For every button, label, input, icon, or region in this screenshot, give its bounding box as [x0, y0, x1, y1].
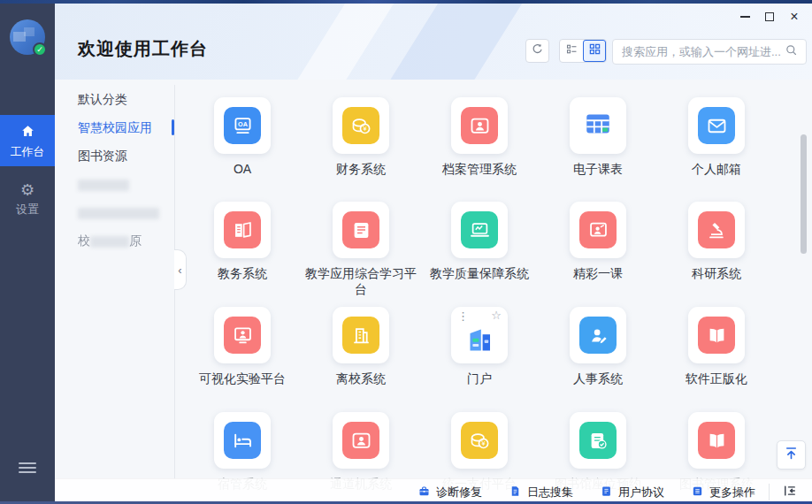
close-icon: × — [790, 10, 798, 24]
kebab-menu-icon[interactable]: ⋮ — [457, 309, 469, 323]
category-item-redacted[interactable] — [55, 198, 174, 226]
app-精彩一课: 精彩一课 — [539, 202, 657, 281]
window-top-edge — [0, 0, 812, 4]
bottom-bar-诊断修复[interactable]: 诊断修复 — [417, 485, 482, 500]
grid-view-button[interactable] — [583, 40, 606, 62]
app-card-图书馆座位预约[interactable] — [570, 412, 626, 469]
open-book-icon — [698, 317, 735, 354]
app-label: 离校系统 — [302, 370, 420, 386]
search-icon — [784, 42, 799, 61]
open-book-icon — [698, 422, 735, 459]
coins-icon: ¥ — [461, 422, 498, 459]
refresh-button[interactable] — [525, 39, 549, 63]
envelope-icon — [698, 107, 735, 144]
app-card-科研系统[interactable] — [688, 202, 745, 258]
app-label: OA — [183, 161, 302, 177]
person-edit-icon — [579, 317, 617, 354]
board-person-icon — [224, 317, 261, 354]
maximize-icon — [765, 12, 774, 21]
app-档案管理系统: 档案管理系统 — [420, 97, 539, 177]
app-label: 教学应用综合学习平台 — [302, 265, 420, 297]
category-item-redacted[interactable]: 校原 — [55, 226, 174, 255]
app-label: 可视化实验平台 — [183, 370, 302, 386]
app-card-教学应用综合学习平台[interactable] — [333, 202, 389, 258]
close-button[interactable]: × — [784, 7, 805, 27]
app-card-门户[interactable]: ⋮☆ — [451, 307, 508, 363]
app-card-精彩一课[interactable] — [570, 202, 626, 258]
category-item[interactable]: 智慧校园应用 — [55, 113, 174, 141]
book-icon — [224, 211, 261, 248]
log-file-icon — [509, 485, 522, 500]
app-教学质量保障系统: 教学质量保障系统 — [420, 202, 539, 281]
refresh-icon — [530, 42, 545, 60]
app-card-离校系统[interactable] — [333, 307, 389, 363]
home-icon — [0, 123, 55, 142]
app-教务系统: 教务系统 — [183, 202, 302, 281]
grid-view-icon — [587, 42, 602, 60]
nav-workbench[interactable]: 工作台 — [0, 115, 55, 166]
online-check-icon: ✓ — [33, 42, 47, 57]
app-label: 软件正版化 — [657, 370, 776, 386]
app-card-个人邮箱[interactable] — [688, 97, 745, 154]
toolbox-icon — [417, 485, 431, 500]
minimize-icon — [740, 16, 750, 18]
oa-doc-icon: OA — [224, 107, 261, 144]
coins-icon: ¥ — [342, 107, 379, 144]
person-frame-icon — [461, 107, 498, 144]
app-label: 人事系统 — [539, 370, 657, 386]
category-item[interactable]: 图书资源 — [55, 141, 174, 170]
bottom-bar-用户协议[interactable]: 用户协议 — [600, 485, 664, 500]
app-card-可视化实验平台[interactable] — [214, 307, 271, 363]
bottom-bar-label: 用户协议 — [618, 485, 664, 500]
bottom-bar-divider — [769, 484, 770, 500]
bottom-bar-label: 更多操作 — [709, 485, 755, 500]
minimize-button[interactable] — [734, 7, 755, 27]
app-card-OA[interactable]: OA — [214, 97, 271, 154]
bottom-bar-日志搜集[interactable]: 日志搜集 — [509, 485, 573, 500]
app-card-档案管理系统[interactable] — [451, 97, 508, 154]
app-card-财务系统[interactable]: ¥ — [333, 97, 389, 154]
svg-text:OA: OA — [238, 120, 248, 128]
doc-lines-icon — [342, 211, 379, 248]
category-item-redacted[interactable] — [55, 170, 174, 198]
bed-icon — [224, 422, 261, 459]
portal-buildings-icon — [463, 323, 495, 358]
main-area: × 欢迎使用工作台 默认分类智慧校园应用图书资源校原 ‹ OAOA¥财务系统档案… — [55, 4, 812, 504]
vertical-scrollbar[interactable] — [801, 134, 807, 254]
app-card-教务系统[interactable] — [214, 202, 271, 258]
app-电子课表: 电子课表 — [539, 97, 657, 177]
category-item[interactable]: 默认分类 — [55, 85, 174, 113]
nav-settings-label: 设置 — [0, 202, 55, 218]
hamburger-menu-icon[interactable] — [19, 460, 36, 476]
gear-icon: ⚙ — [0, 180, 55, 200]
back-to-top-button[interactable] — [777, 440, 806, 470]
list-view-button[interactable] — [560, 40, 583, 62]
app-card-图书管理系统[interactable] — [688, 412, 745, 469]
bottom-bar-label: 诊断修复 — [436, 485, 482, 500]
app-label: 教务系统 — [183, 265, 302, 281]
app-label: 门户 — [420, 370, 539, 386]
app-card-电子课表[interactable] — [570, 97, 626, 154]
laptop-chart-icon — [461, 211, 498, 248]
collapse-panel-icon — [782, 483, 798, 502]
table-grid-icon — [582, 108, 614, 143]
app-card-通道机系统[interactable] — [333, 412, 389, 469]
app-门户: ⋮☆门户 — [420, 307, 539, 386]
app-card-宿管系统[interactable] — [214, 412, 271, 469]
bottom-bar-label: 日志搜集 — [527, 485, 573, 500]
app-label: 财务系统 — [302, 161, 420, 177]
app-card-教学质量保障系统[interactable] — [451, 202, 508, 258]
collapse-panel-button[interactable] — [779, 483, 801, 502]
person-frame-icon — [342, 422, 379, 459]
app-card-软件正版化[interactable] — [688, 307, 745, 363]
bottom-bar-更多操作[interactable]: 更多操作 — [691, 485, 755, 500]
favorite-star-icon[interactable]: ☆ — [491, 309, 502, 322]
app-card-统一支付平台[interactable]: ¥ — [451, 412, 508, 469]
building-icon — [342, 317, 379, 354]
maximize-button[interactable] — [759, 7, 780, 27]
nav-settings[interactable]: ⚙ 设置 — [0, 177, 55, 221]
avatar[interactable]: ✓ — [10, 19, 45, 55]
nav-workbench-label: 工作台 — [0, 144, 55, 160]
search-input[interactable] — [622, 45, 784, 58]
app-card-人事系统[interactable] — [570, 307, 626, 363]
